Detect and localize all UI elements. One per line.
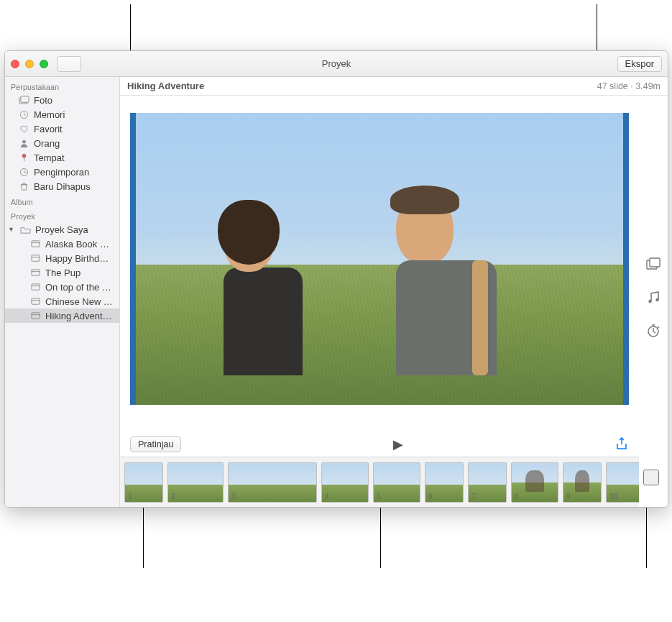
sidebar-project-item[interactable]: Happy Birthday… [5, 251, 119, 265]
filmstrip-thumb[interactable]: 7 [468, 462, 507, 503]
heart-icon [18, 124, 29, 134]
app-window: Proyek Ekspor Perpustakaan Foto Memori F… [4, 50, 668, 508]
sidebar-section-library: Perpustakaan [5, 78, 119, 93]
slideshow-icon [29, 282, 41, 292]
preview-button[interactable]: Pratinjau [130, 436, 181, 452]
slideshow-icon [29, 311, 41, 321]
slideshow-icon [29, 239, 41, 249]
back-button[interactable] [57, 56, 81, 72]
share-icon [615, 442, 629, 453]
svg-rect-20 [650, 258, 660, 267]
project-meta: 47 slide · 3.49m [597, 81, 661, 91]
filmstrip-thumb[interactable]: 6 [425, 462, 464, 503]
disclosure-triangle-icon[interactable]: ▼ [8, 226, 15, 233]
thumb-number: 7 [471, 493, 476, 500]
sidebar-item-label: Proyek Saya [35, 224, 88, 235]
svg-point-22 [655, 298, 658, 301]
filmstrip-thumb[interactable]: 3 [228, 462, 317, 503]
filmstrip-thumb[interactable]: 1 [124, 462, 163, 503]
sidebar-item-trash[interactable]: Baru Dihapus [5, 179, 119, 193]
window-title: Proyek [5, 58, 668, 69]
thumb-number: 1 [128, 493, 132, 500]
preview-button-label: Pratinjau [138, 439, 173, 449]
filmstrip-thumb[interactable]: 5 [373, 462, 420, 503]
svg-point-21 [648, 299, 651, 302]
thumb-number: 10 [609, 493, 617, 500]
project-duration: 3.49m [635, 81, 661, 91]
theme-button[interactable] [643, 257, 663, 274]
sidebar-item-label: On top of the W… [45, 282, 114, 293]
sidebar-project-item[interactable]: Chinese New Year [5, 294, 119, 308]
play-icon: ▶ [393, 437, 403, 452]
sidebar-item-imports[interactable]: Pengimporan [5, 165, 119, 179]
music-icon [645, 291, 661, 307]
slideshow-icon [29, 253, 41, 263]
sidebar-item-places[interactable]: Tempat [5, 150, 119, 165]
svg-rect-17 [31, 312, 39, 318]
thumb-number: 9 [566, 493, 571, 500]
export-button-label: Ekspor [625, 58, 654, 69]
window-controls [11, 60, 48, 68]
thumb-number: 6 [428, 493, 433, 500]
duration-button[interactable] [643, 323, 663, 340]
sidebar-project-item[interactable]: Hiking Adventure [5, 308, 119, 323]
minimize-window-button[interactable] [25, 60, 34, 68]
sidebar-item-label: Hiking Adventure [45, 311, 114, 321]
sidebar-item-memories[interactable]: Memori [5, 107, 119, 122]
theme-icon [645, 257, 661, 274]
sidebar-item-label: Orang [34, 138, 60, 149]
svg-rect-13 [31, 283, 39, 289]
sidebar-item-my-projects[interactable]: ▼ Proyek Saya [5, 222, 119, 237]
sidebar-section-album: Album [5, 193, 119, 208]
close-window-button[interactable] [11, 60, 19, 68]
svg-rect-15 [31, 298, 39, 303]
sidebar-project-item[interactable]: Alaska Book Proj… [5, 237, 119, 251]
filmstrip-thumb[interactable]: 8 [511, 462, 558, 503]
filmstrip[interactable]: 1 2 3 4 5 6 7 8 9 10 [120, 457, 639, 507]
filmstrip-thumb[interactable]: 10 [606, 462, 639, 503]
sidebar-item-label: The Pup [45, 267, 80, 278]
sidebar-item-label: Memori [34, 109, 65, 120]
slideshow-icon [29, 267, 41, 278]
sidebar: Perpustakaan Foto Memori Favorit Orang [5, 77, 120, 507]
svg-point-3 [22, 140, 26, 143]
export-button[interactable]: Ekspor [617, 56, 662, 72]
main-content: Hiking Adventure 47 slide · 3.49m [120, 77, 668, 507]
sidebar-section-projects: Proyek [5, 208, 119, 222]
svg-rect-1 [20, 96, 28, 101]
pin-icon [18, 152, 29, 163]
trash-icon [18, 181, 29, 191]
filmstrip-thumb[interactable]: 4 [321, 462, 369, 503]
sidebar-project-item[interactable]: The Pup [5, 265, 119, 280]
filmstrip-thumb[interactable]: 2 [167, 462, 224, 503]
history-icon [18, 167, 29, 177]
share-button[interactable] [615, 436, 629, 453]
project-title: Hiking Adventure [127, 81, 204, 91]
add-slide-button[interactable] [643, 470, 659, 485]
play-button[interactable]: ▶ [393, 436, 403, 452]
sidebar-item-label: Happy Birthday… [45, 253, 114, 264]
music-button[interactable] [643, 290, 663, 307]
sidebar-item-photos[interactable]: Foto [5, 93, 119, 107]
playback-controls: Pratinjau ▶ [120, 432, 639, 457]
slide-preview[interactable] [130, 113, 629, 405]
sidebar-item-label: Foto [34, 95, 52, 106]
slideshow-icon [29, 296, 41, 306]
sidebar-item-people[interactable]: Orang [5, 136, 119, 150]
sidebar-item-favorites[interactable]: Favorit [5, 122, 119, 136]
stopwatch-icon [645, 324, 661, 340]
sidebar-item-label: Chinese New Year [45, 296, 114, 307]
project-header: Hiking Adventure 47 slide · 3.49m [120, 77, 668, 96]
thumb-number: 5 [377, 493, 381, 500]
sidebar-project-item[interactable]: On top of the W… [5, 280, 119, 294]
sidebar-item-label: Pengimporan [34, 167, 89, 178]
folder-icon [19, 224, 31, 234]
thumb-number: 4 [325, 493, 329, 500]
sidebar-item-label: Alaska Book Proj… [45, 239, 114, 250]
slide-preview-area [120, 96, 639, 432]
sidebar-item-label: Favorit [34, 124, 63, 134]
filmstrip-thumb[interactable]: 9 [563, 462, 602, 503]
clock-icon [18, 109, 29, 119]
thumb-number: 8 [515, 493, 519, 500]
zoom-window-button[interactable] [40, 60, 48, 68]
